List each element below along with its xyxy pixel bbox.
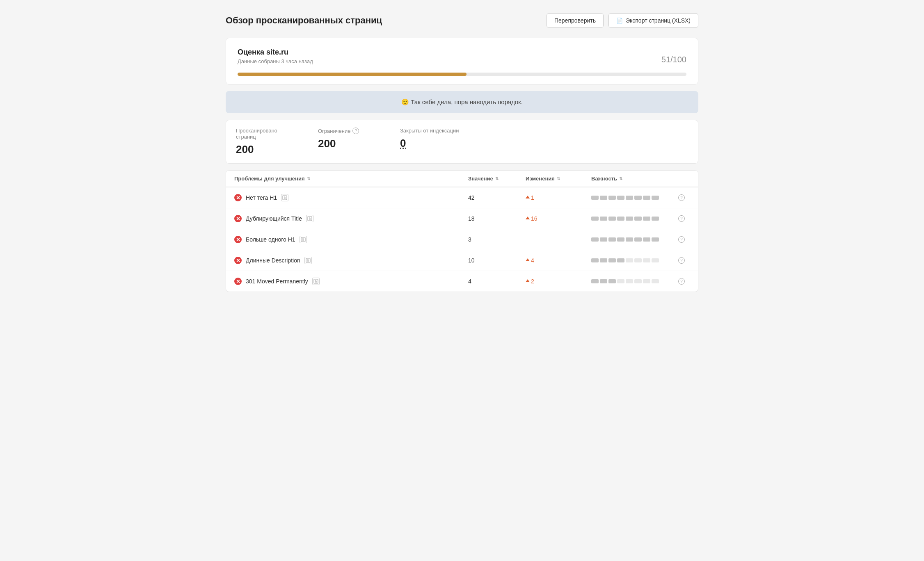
value-cell-2: 3 <box>468 236 526 243</box>
table-row: ✕301 Moved Permanently4 2? <box>226 271 698 292</box>
issue-cell-1: ✕Дублирующийся Title <box>234 215 468 222</box>
row-help-icon-0[interactable]: ? <box>678 194 685 201</box>
header-buttons: Перепроверить 📄 Экспорт страниц (XLSX) <box>547 13 698 28</box>
row-help-icon-3[interactable]: ? <box>678 257 685 264</box>
th-value[interactable]: Значение ⇅ <box>468 176 526 182</box>
imp-segment-0-1 <box>600 196 607 200</box>
change-up-3: 4 <box>526 257 591 264</box>
imp-segment-2-5 <box>634 237 642 242</box>
issue-cell-0: ✕Нет тега H1 <box>234 194 468 201</box>
sort-icon-changes: ⇅ <box>557 176 560 181</box>
imp-segment-4-5 <box>634 279 642 283</box>
th-issue[interactable]: Проблемы для улучшения ⇅ <box>234 176 468 182</box>
value-cell-1: 18 <box>468 215 526 222</box>
row-help-icon-4[interactable]: ? <box>678 278 685 285</box>
imp-segment-4-4 <box>626 279 633 283</box>
imp-segment-4-1 <box>600 279 607 283</box>
limit-help-icon[interactable]: ? <box>352 128 359 134</box>
error-icon-0: ✕ <box>234 194 242 201</box>
stat-label-limit: Ограничение ? <box>318 128 380 134</box>
score-subtitle: Данные собраны 3 часа назад <box>238 58 313 64</box>
imp-segment-3-7 <box>652 258 659 262</box>
row-help-icon-1[interactable]: ? <box>678 215 685 222</box>
imp-segment-0-5 <box>634 196 642 200</box>
help-cell-4: ? <box>673 278 690 285</box>
imp-segment-0-6 <box>643 196 650 200</box>
imp-segment-3-6 <box>643 258 650 262</box>
imp-segment-3-3 <box>617 258 624 262</box>
table-row: ✕Больше одного H13? <box>226 229 698 250</box>
imp-segment-3-1 <box>600 258 607 262</box>
stat-value-scanned: 200 <box>236 143 298 156</box>
imp-segment-0-2 <box>608 196 616 200</box>
changes-cell-1: 16 <box>526 215 591 222</box>
export-button[interactable]: 📄 Экспорт страниц (XLSX) <box>608 13 698 28</box>
stat-label-scanned: Просканировано страниц <box>236 128 298 140</box>
change-up-1: 16 <box>526 215 591 222</box>
stat-value-noindex[interactable]: 0 <box>400 137 462 150</box>
changes-cell-0: 1 <box>526 194 591 201</box>
importance-cell-2 <box>591 237 673 242</box>
importance-bar-1 <box>591 217 673 221</box>
issue-export-icon-0[interactable] <box>281 194 288 201</box>
imp-segment-1-7 <box>652 217 659 221</box>
imp-segment-0-3 <box>617 196 624 200</box>
imp-segment-1-5 <box>634 217 642 221</box>
imp-segment-4-0 <box>591 279 599 283</box>
imp-segment-1-3 <box>617 217 624 221</box>
issue-cell-4: ✕301 Moved Permanently <box>234 278 468 285</box>
issue-export-icon-3[interactable] <box>304 257 312 264</box>
progress-bar-container <box>238 73 686 76</box>
issue-name-4: 301 Moved Permanently <box>246 278 308 285</box>
xlsx-icon: 📄 <box>616 18 623 24</box>
help-cell-3: ? <box>673 257 690 264</box>
svg-marker-13 <box>526 217 530 219</box>
imp-segment-3-2 <box>608 258 616 262</box>
stat-value-limit: 200 <box>318 137 380 150</box>
svg-text:✕: ✕ <box>236 278 240 285</box>
imp-segment-2-4 <box>626 237 633 242</box>
imp-segment-0-7 <box>652 196 659 200</box>
issue-cell-2: ✕Больше одного H1 <box>234 236 468 243</box>
issue-name-0: Нет тега H1 <box>246 194 277 201</box>
th-importance[interactable]: Важность ⇅ <box>591 176 673 182</box>
sort-icon-importance: ⇅ <box>619 176 622 181</box>
importance-cell-3 <box>591 258 673 262</box>
help-cell-1: ? <box>673 215 690 222</box>
stat-cell-scanned: Просканировано страниц 200 <box>226 120 308 163</box>
imp-segment-2-1 <box>600 237 607 242</box>
changes-cell-4: 2 <box>526 278 591 285</box>
issue-cell-3: ✕Длинные Description <box>234 257 468 264</box>
row-help-icon-2[interactable]: ? <box>678 236 685 243</box>
issue-export-icon-4[interactable] <box>312 278 320 285</box>
imp-segment-3-4 <box>626 258 633 262</box>
th-changes[interactable]: Изменения ⇅ <box>526 176 591 182</box>
imp-segment-4-3 <box>617 279 624 283</box>
change-up-0: 1 <box>526 194 591 201</box>
imp-segment-4-6 <box>643 279 650 283</box>
imp-segment-0-4 <box>626 196 633 200</box>
imp-segment-1-6 <box>643 217 650 221</box>
error-icon-2: ✕ <box>234 236 242 243</box>
imp-segment-0-0 <box>591 196 599 200</box>
value-cell-3: 10 <box>468 257 526 264</box>
issue-export-icon-1[interactable] <box>306 215 313 222</box>
imp-segment-1-2 <box>608 217 616 221</box>
importance-cell-4 <box>591 279 673 283</box>
imp-segment-1-4 <box>626 217 633 221</box>
change-up-4: 2 <box>526 278 591 285</box>
sort-icon-issue: ⇅ <box>307 176 310 181</box>
imp-segment-1-1 <box>600 217 607 221</box>
table-body: ✕Нет тега H142 1?✕Дублирующийся Title18 … <box>226 187 698 292</box>
issue-name-2: Больше одного H1 <box>246 236 295 243</box>
svg-marker-6 <box>526 196 530 198</box>
help-cell-2: ? <box>673 236 690 243</box>
issue-export-icon-2[interactable] <box>300 236 307 243</box>
banner-text: Так себе дела, пора наводить порядок. <box>411 98 523 105</box>
recheck-button[interactable]: Перепроверить <box>547 13 604 28</box>
stats-row: Просканировано страниц 200 Ограничение ?… <box>226 120 698 164</box>
error-icon-3: ✕ <box>234 257 242 264</box>
issue-name-3: Длинные Description <box>246 257 300 264</box>
svg-marker-26 <box>526 258 530 261</box>
table-row: ✕Длинные Description10 4? <box>226 250 698 271</box>
